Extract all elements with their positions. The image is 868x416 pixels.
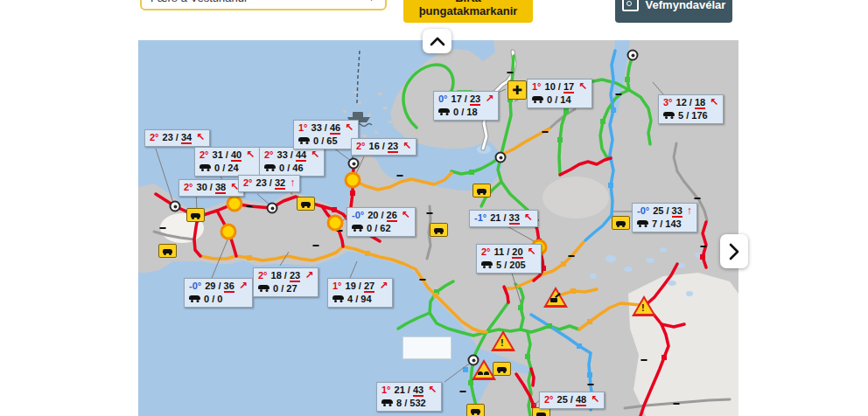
road-caution-sign-icon[interactable]	[430, 223, 448, 237]
car-icon	[481, 261, 493, 268]
road-conditions-page: Færð á Vesturlandi ▼ Birta þungatakmarka…	[0, 0, 868, 416]
weather-station-box[interactable]: 2° 31 / 40 ↖ 0 / 24	[194, 147, 260, 177]
warning-triangle-icon[interactable]: !	[632, 295, 656, 316]
road-caution-sign-icon[interactable]	[466, 404, 485, 416]
town-dot	[267, 203, 278, 214]
wind-values: 16 / 23	[369, 140, 399, 153]
road-caution-sign-icon[interactable]	[508, 80, 527, 100]
traffic-count-value: 0 / 62	[367, 222, 391, 234]
road-map[interactable]: ! ! 2° 23 / 34	[138, 40, 738, 416]
temperature-value: 2°	[356, 140, 366, 153]
weather-station-box[interactable]: 2° 16 / 23 ↖	[351, 138, 416, 156]
webcams-button[interactable]: Vefmyndavélar	[615, 0, 732, 23]
caution-glyph	[434, 228, 444, 232]
weather-station-box[interactable]: -0° 20 / 26 ↖ 0 / 62	[346, 207, 416, 237]
car-icon	[258, 285, 270, 292]
webcams-label: Vefmyndavélar	[646, 0, 726, 11]
wind-direction-arrow-icon: ↖	[196, 131, 205, 144]
pan-map-right-button[interactable]	[720, 234, 748, 268]
weather-station-box[interactable]: 1° 33 / 46 ↖ 0 / 65	[293, 120, 359, 149]
wind-values: 11 / 20	[494, 246, 523, 259]
temperature-value: -0°	[189, 280, 201, 293]
traffic-row: 0 / 0	[189, 293, 248, 305]
car-icon	[264, 164, 276, 171]
road-number-shield	[673, 403, 680, 405]
weather-station-box[interactable]: 2° 25 / 48 ↖	[539, 392, 605, 409]
weather-station-box[interactable]: 1° 21 / 43 ↖ 8 / 532	[376, 382, 442, 412]
car-icon	[438, 108, 450, 115]
caution-glyph	[536, 413, 546, 416]
caution-glyph	[301, 202, 311, 206]
weather-station-box[interactable]: 0° 17 / 23 ↗ 0 / 18	[433, 91, 499, 121]
wind-row: 2° 18 / 23 ↗	[258, 269, 313, 282]
weather-station-box[interactable]: 1° 10 / 17 ↖ 0 / 14	[527, 79, 592, 108]
traffic-count-value: 7 / 143	[652, 218, 682, 230]
traffic-row: 0 / 62	[352, 222, 410, 234]
wind-row: 1° 10 / 17 ↖	[532, 80, 587, 94]
wind-values: 21 / 43	[395, 384, 424, 397]
warning-triangle-icon[interactable]	[472, 359, 496, 380]
road-number-shield	[159, 227, 166, 229]
wind-direction-arrow-icon: ↑	[290, 177, 295, 190]
temperature-value: 2°	[544, 393, 554, 406]
warning-triangle-icon[interactable]	[543, 287, 568, 308]
mountain-pass-marker[interactable]	[327, 215, 344, 232]
temperature-value: 1°	[532, 80, 542, 94]
weather-station-box[interactable]: 3° 12 / 18 ↖ 5 / 176	[658, 94, 724, 124]
camera-icon	[622, 0, 639, 11]
weather-station-box[interactable]: 2° 23 / 32 ↑	[238, 175, 300, 192]
car-icon	[637, 220, 648, 227]
wind-row: -1° 21 / 33 ↖	[474, 211, 533, 225]
car-icon	[382, 399, 393, 406]
region-select[interactable]: Færð á Vesturlandi ▼	[140, 0, 387, 10]
caution-glyph	[191, 213, 200, 218]
road-caution-sign-icon[interactable]	[472, 184, 491, 198]
traffic-row: 5 / 205	[481, 259, 536, 271]
temperature-value: 2°	[184, 181, 193, 194]
wind-values: 30 / 38	[197, 181, 227, 194]
chevron-up-icon	[430, 37, 445, 46]
weather-station-box[interactable]: 1° 19 / 27 ↗ 4 / 94	[327, 278, 393, 308]
weather-station-box[interactable]: -0° 25 / 33 ↑ 7 / 143	[632, 203, 697, 232]
collapse-panel-button[interactable]	[423, 29, 452, 53]
car-icon	[332, 295, 344, 302]
road-caution-sign-icon[interactable]	[612, 216, 630, 230]
car-icon	[189, 295, 200, 302]
wind-direction-arrow-icon: ↖	[311, 149, 319, 162]
weather-station-box[interactable]: 2° 23 / 34 ↖	[144, 129, 210, 147]
temperature-value: 2°	[243, 177, 253, 190]
wind-direction-arrow-icon: ↖	[528, 246, 536, 259]
weather-station-box[interactable]: 2° 33 / 44 ↖ 0 / 46	[259, 147, 325, 177]
traffic-row: 0 / 14	[532, 94, 587, 106]
wind-values: 12 / 18	[676, 96, 706, 109]
mountain-pass-marker[interactable]	[345, 172, 361, 189]
mountain-pass-marker[interactable]	[227, 196, 243, 212]
weather-station-box[interactable]: -1° 21 / 33 ↖	[469, 210, 538, 227]
traffic-count-value: 5 / 205	[496, 259, 526, 271]
temperature-value: 2°	[200, 149, 209, 162]
chevron-right-icon	[729, 243, 739, 260]
weather-station-box[interactable]: -0° 29 / 36 ↗ 0 / 0	[184, 278, 253, 308]
chevron-down-icon: ▼	[367, 0, 376, 3]
car-icon	[200, 164, 211, 171]
wind-values: 25 / 33	[653, 205, 682, 218]
car-icon	[352, 225, 363, 232]
wind-direction-arrow-icon: ↖	[402, 209, 410, 222]
traffic-count-value: 0 / 14	[547, 94, 571, 106]
weather-station-box[interactable]: 2° 11 / 20 ↖ 5 / 205	[476, 244, 542, 274]
town-dot	[495, 152, 507, 163]
warning-triangle-icon[interactable]: !	[491, 330, 515, 351]
weather-station-box[interactable]: 2° 30 / 38 ↖	[178, 179, 244, 197]
traffic-count-value: 0 / 24	[214, 162, 239, 174]
show-weight-limits-button[interactable]: Birta þungatakmarkanir	[403, 0, 533, 23]
mountain-pass-marker[interactable]	[220, 224, 237, 240]
road-caution-sign-icon[interactable]	[297, 197, 315, 211]
temperature-value: 1°	[298, 121, 308, 135]
weather-station-box[interactable]: 2° 18 / 23 ↗ 0 / 27	[253, 267, 318, 297]
town-dot	[348, 158, 360, 170]
wind-values: 20 / 26	[368, 209, 397, 222]
road-number-shield	[615, 94, 622, 95]
traffic-count-value: 8 / 532	[396, 397, 426, 409]
road-caution-sign-icon[interactable]	[158, 244, 177, 258]
road-caution-sign-icon[interactable]	[186, 208, 205, 222]
